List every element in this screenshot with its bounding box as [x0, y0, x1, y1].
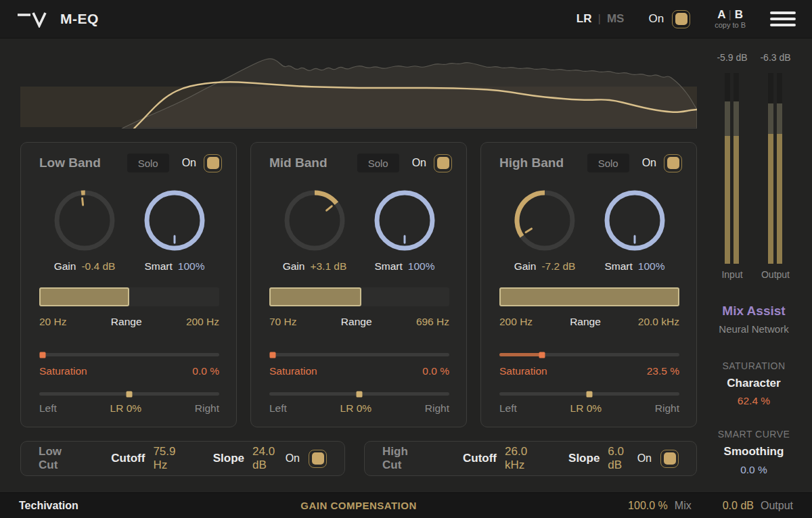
output-label: Output [761, 500, 793, 512]
low-band-panel: Low Band Solo On Gain-0.4 dB Smart100% 2… [20, 142, 237, 427]
saturation-handle[interactable] [269, 352, 275, 358]
channel-mode-lr[interactable]: LR [577, 12, 592, 26]
brand-logo: M-EQ [16, 10, 99, 28]
character-label: Character [727, 377, 780, 390]
toggle-fill [437, 157, 449, 169]
smart-label: Smart [145, 260, 173, 272]
high-cut-panel: High Cut Cutoff 26.0 kHz Slope 6.0 dB On [364, 441, 697, 476]
title-bar: M-EQ LR | MS On A | B copy to B [0, 0, 812, 39]
lr-right-label: Right [195, 402, 219, 415]
output-control: 0.0 dB Output [723, 500, 793, 512]
saturation-slider[interactable] [39, 353, 219, 356]
lr-value: LR 0% [570, 402, 602, 415]
ab-compare[interactable]: A | B copy to B [715, 8, 746, 30]
toggle-fill [207, 157, 219, 169]
range-label: Range [570, 316, 601, 328]
band-on-toggle[interactable] [664, 154, 682, 172]
meter-bar-right [734, 73, 739, 264]
band-on-label: On [412, 157, 426, 169]
lr-left-label: Left [269, 402, 287, 415]
smart-knob[interactable] [371, 187, 438, 254]
band-on-toggle[interactable] [204, 154, 222, 172]
spectrum-display[interactable] [20, 47, 697, 128]
copy-to-b-button[interactable]: copy to B [715, 21, 746, 30]
ab-a-label[interactable]: A [717, 8, 725, 21]
range-min[interactable]: 200 Hz [499, 316, 533, 328]
range-slider[interactable] [39, 287, 219, 306]
gain-knob[interactable] [281, 187, 348, 254]
high-cut-on-toggle[interactable] [660, 450, 679, 468]
solo-button[interactable]: Solo [587, 154, 629, 172]
smoothing-label: Smoothing [724, 445, 784, 458]
input-meter [725, 73, 739, 264]
lr-value: LR 0% [340, 402, 372, 415]
page-title: M-EQ [60, 11, 99, 27]
lr-handle[interactable] [357, 391, 363, 397]
range-min[interactable]: 70 Hz [269, 316, 297, 328]
range-max[interactable]: 696 Hz [416, 316, 449, 328]
saturation-label: Saturation [39, 365, 87, 377]
brand-name: Techivation [19, 500, 78, 512]
smart-knob[interactable] [141, 187, 208, 254]
ab-separator: | [729, 8, 731, 21]
solo-button[interactable]: Solo [127, 154, 169, 172]
lr-right-label: Right [425, 402, 449, 415]
master-power-toggle[interactable] [672, 10, 690, 28]
plugin-window: M-EQ LR | MS On A | B copy to B [0, 0, 812, 518]
slope-value[interactable]: 6.0 dB [608, 445, 637, 472]
gain-knob[interactable] [51, 187, 118, 254]
cutoff-value[interactable]: 26.0 kHz [505, 445, 545, 472]
band-title: High Band [499, 156, 564, 170]
ab-b-label[interactable]: B [735, 8, 743, 21]
hamburger-menu-icon[interactable] [770, 11, 796, 26]
lr-handle[interactable] [127, 391, 133, 397]
output-value[interactable]: 0.0 dB [723, 500, 754, 512]
low-cut-on-toggle[interactable] [309, 450, 327, 468]
saturation-handle[interactable] [39, 352, 45, 358]
meter-bar-right [777, 73, 782, 264]
range-slider[interactable] [269, 287, 449, 306]
gain-label: Gain [54, 260, 76, 272]
gain-knob[interactable] [511, 187, 579, 254]
gain-label: Gain [514, 260, 537, 272]
smart-label: Smart [375, 260, 403, 272]
range-slider[interactable] [499, 287, 679, 306]
cutoff-value[interactable]: 75.9 Hz [153, 445, 185, 472]
channel-mode-ms[interactable]: MS [607, 12, 625, 26]
range-max[interactable]: 20.0 kHz [638, 316, 679, 328]
mix-assist-button[interactable]: Mix Assist [722, 304, 785, 319]
band-on-toggle[interactable] [434, 154, 452, 172]
smart-knob[interactable] [601, 187, 669, 254]
gain-value: +3.1 dB [310, 260, 346, 272]
character-value[interactable]: 62.4 % [738, 395, 770, 407]
mix-value[interactable]: 100.0 % [628, 500, 668, 512]
lr-value: LR 0% [110, 402, 142, 415]
channel-mode-switch[interactable]: LR | MS [577, 12, 625, 26]
toggle-fill [312, 452, 324, 465]
lr-balance-slider[interactable] [269, 392, 449, 396]
smart-value: 100% [408, 260, 435, 272]
solo-button[interactable]: Solo [357, 154, 399, 172]
range-min[interactable]: 20 Hz [39, 316, 67, 328]
gain-value: -0.4 dB [81, 260, 115, 272]
cut-on-label: On [286, 452, 300, 465]
slope-value[interactable]: 24.0 dB [252, 445, 286, 472]
channel-mode-separator: | [598, 12, 601, 26]
band-on-label: On [642, 157, 656, 169]
lr-balance-slider[interactable] [39, 392, 219, 396]
lr-balance-slider[interactable] [499, 392, 679, 396]
lr-right-label: Right [655, 402, 679, 415]
techivation-logo-icon [16, 10, 51, 28]
saturation-slider[interactable] [499, 353, 679, 356]
range-max[interactable]: 200 Hz [186, 316, 219, 328]
smoothing-value[interactable]: 0.0 % [740, 464, 767, 476]
lr-handle[interactable] [587, 391, 593, 397]
gain-compensation-button[interactable]: GAIN COMPENSATION [300, 500, 417, 511]
band-title: Mid Band [269, 156, 328, 170]
cut-on-label: On [637, 452, 652, 465]
saturation-slider[interactable] [269, 353, 449, 356]
slope-label: Slope [213, 452, 244, 465]
lr-left-label: Left [499, 402, 517, 415]
saturation-handle[interactable] [539, 352, 545, 358]
input-meter-label: Input [721, 269, 742, 280]
